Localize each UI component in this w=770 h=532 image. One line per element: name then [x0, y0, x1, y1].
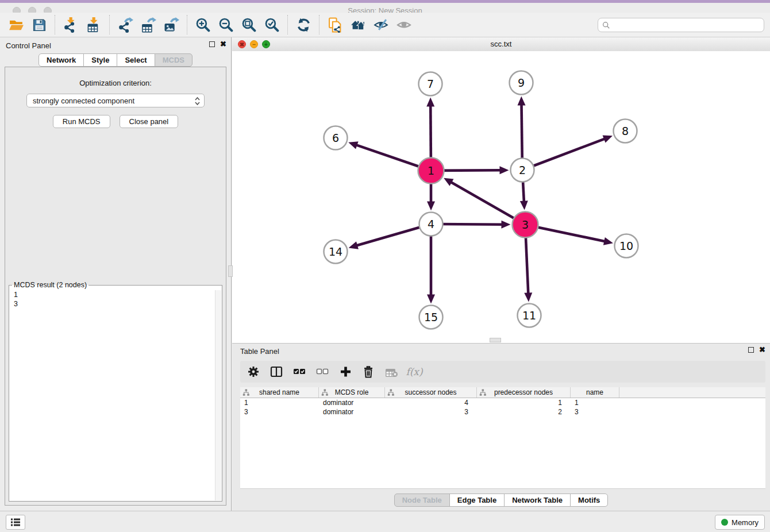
table-row[interactable]: 3dominator323: [240, 407, 765, 417]
first-neighbors-button[interactable]: [346, 14, 369, 35]
delete-row-button[interactable]: [360, 363, 377, 380]
hierarchy-icon: [321, 389, 328, 398]
open-session-button[interactable]: [5, 14, 28, 35]
control-panel-header: Control Panel ✖: [0, 37, 231, 53]
horizontal-split-handle[interactable]: [490, 338, 501, 342]
split-columns-button[interactable]: [268, 363, 285, 380]
zoom-fit-icon: [241, 17, 257, 33]
search-input[interactable]: [610, 20, 764, 30]
mcds-result-scrollbar[interactable]: [215, 290, 221, 500]
edge-arrowhead: [426, 97, 434, 106]
gear-button[interactable]: [245, 363, 262, 380]
table-cell[interactable]: 3: [571, 407, 619, 417]
export-network-button[interactable]: [114, 14, 137, 35]
table-cell[interactable]: 1: [571, 398, 619, 407]
task-history-button[interactable]: [6, 515, 25, 530]
delete-row-icon: [362, 365, 375, 378]
tab-mcds[interactable]: MCDS: [155, 53, 192, 67]
main-toolbar: [0, 13, 770, 37]
toolbar-separator: [109, 15, 110, 34]
zoom-out-button[interactable]: [214, 14, 237, 35]
column-header-shared-name[interactable]: shared name: [240, 387, 319, 398]
tab-node-table[interactable]: Node Table: [394, 494, 450, 507]
open-session-icon: [9, 17, 24, 33]
hide-selected-button[interactable]: [369, 14, 392, 35]
zoom-out-icon: [218, 17, 234, 33]
network-canvas[interactable]: 7968124314101511: [232, 51, 770, 343]
close-panel-icon[interactable]: ✖: [220, 41, 226, 47]
network-view-title: scc.txt: [232, 40, 770, 48]
show-all-icon: [396, 17, 412, 33]
export-image-button[interactable]: [160, 14, 183, 35]
float-panel-icon[interactable]: [209, 41, 215, 47]
function-builder-button: f(x): [406, 363, 423, 380]
memory-button[interactable]: Memory: [715, 515, 765, 530]
table-cell[interactable]: 4: [385, 398, 477, 407]
import-table-icon: [86, 17, 102, 33]
graph-node-label: 2: [519, 164, 526, 176]
tab-style[interactable]: Style: [83, 53, 117, 67]
show-all-button: [392, 14, 415, 35]
table-cell[interactable]: dominator: [319, 407, 385, 417]
edge-arrowhead: [603, 135, 613, 142]
edge-arrowhead: [518, 96, 526, 105]
mcds-result-item: 1: [10, 290, 221, 299]
vertical-split-handle[interactable]: [228, 265, 233, 277]
mcds-result-item: 3: [10, 299, 221, 309]
table-cell[interactable]: 3: [385, 407, 477, 417]
table-cell[interactable]: 1: [477, 398, 571, 407]
import-network-button[interactable]: [59, 14, 82, 35]
import-table-button[interactable]: [82, 14, 105, 35]
graph-node-label: 4: [428, 218, 434, 230]
search-icon: [602, 21, 610, 29]
tab-edge-table[interactable]: Edge Table: [449, 494, 505, 507]
column-header-name[interactable]: name: [571, 387, 619, 398]
criterion-select[interactable]: strongly connected component: [26, 94, 205, 107]
close-panel-button[interactable]: Close panel: [120, 115, 179, 128]
close-table-panel-icon[interactable]: ✖: [759, 347, 765, 353]
table-panel-header: Table Panel ✖: [232, 344, 770, 358]
column-header-mcds-role[interactable]: MCDS role: [319, 387, 385, 398]
float-table-panel-icon[interactable]: [748, 347, 754, 353]
edge-2-8[interactable]: [522, 138, 605, 170]
delete-table-icon: [385, 365, 398, 378]
memory-label: Memory: [732, 518, 759, 527]
criterion-select-value: strongly connected component: [33, 97, 134, 105]
mcds-result-list[interactable]: 13: [10, 290, 221, 500]
table-header-row: shared nameMCDS rolesuccessor nodesprede…: [240, 387, 765, 398]
table-cell[interactable]: dominator: [319, 398, 385, 407]
table-cell[interactable]: 1: [240, 398, 319, 407]
clone-network-button[interactable]: [324, 14, 346, 35]
search-box[interactable]: [598, 18, 764, 32]
mcds-tab-content: Optimization criterion: strongly connect…: [5, 67, 226, 506]
network-graph[interactable]: 7968124314101511: [232, 51, 770, 343]
table-cell[interactable]: 3: [240, 407, 319, 417]
zoom-in-button[interactable]: [191, 14, 214, 35]
add-row-button[interactable]: [337, 363, 354, 380]
run-mcds-button[interactable]: Run MCDS: [53, 115, 110, 128]
tab-network[interactable]: Network: [38, 53, 84, 67]
save-session-icon: [32, 17, 47, 33]
hierarchy-icon: [242, 389, 249, 398]
network-view-window: ✖ – + scc.txt 7968124314101511: [232, 37, 770, 343]
function-builder-icon: f(x): [406, 366, 422, 377]
table-row[interactable]: 1dominator411: [240, 398, 765, 407]
save-session-button[interactable]: [28, 14, 51, 35]
column-header-predecessor-nodes[interactable]: predecessor nodes: [477, 387, 571, 398]
graph-node-label: 6: [332, 132, 339, 144]
tab-motifs[interactable]: Motifs: [570, 494, 608, 507]
graph-node-label: 10: [619, 240, 633, 252]
zoom-fit-button[interactable]: [237, 14, 260, 35]
refresh-button[interactable]: [292, 14, 315, 35]
toolbar-separator: [319, 15, 319, 34]
edge-arrowhead: [348, 141, 358, 149]
column-header-successor-nodes[interactable]: successor nodes: [385, 387, 477, 398]
zoom-selected-button[interactable]: [260, 14, 283, 35]
table-cell[interactable]: 2: [477, 407, 571, 417]
select-all-button[interactable]: [291, 363, 308, 380]
tab-network-table[interactable]: Network Table: [504, 494, 571, 507]
tab-select[interactable]: Select: [117, 53, 155, 67]
export-table-button[interactable]: [137, 14, 160, 35]
first-neighbors-icon: [351, 17, 366, 33]
deselect-all-button[interactable]: [314, 363, 331, 380]
